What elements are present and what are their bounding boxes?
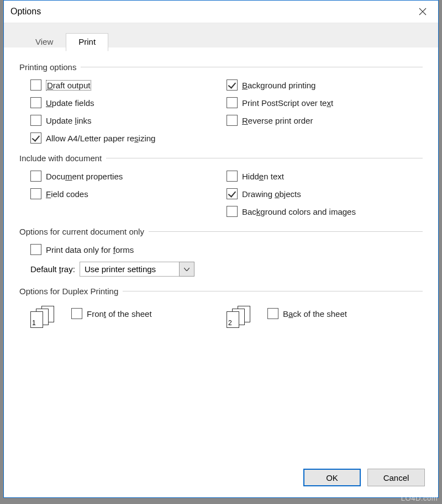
checkbox[interactable] [30, 188, 41, 199]
checkbox[interactable] [227, 171, 238, 182]
page-icon: 2 [227, 311, 239, 328]
checkbox[interactable] [30, 132, 41, 144]
group-include-with-document: Include with document Document propertie… [19, 153, 423, 220]
back-pages-icon: 6 4 2 [227, 306, 257, 330]
close-icon [419, 8, 427, 15]
front-pages-icon: 5 3 1 [30, 306, 61, 330]
chevron-down-icon [184, 268, 190, 271]
titlebar: Options [4, 1, 438, 23]
checkbox-label: Back of the sheet [283, 309, 347, 319]
tab-view[interactable]: View [23, 33, 66, 51]
checkbox[interactable] [30, 171, 41, 182]
checkbox-label: Allow A4/Letter paper resizing [46, 134, 155, 143]
ok-button[interactable]: OK [303, 469, 361, 486]
doc_props-checkbox[interactable]: Document properties [30, 167, 227, 185]
checkbox[interactable] [227, 97, 238, 108]
checkbox[interactable] [30, 97, 41, 108]
checkbox[interactable] [227, 206, 238, 217]
group-current-document: Options for current document only Print … [19, 227, 423, 277]
checkbox[interactable] [71, 308, 82, 319]
checkbox[interactable] [30, 115, 41, 126]
update_links-checkbox[interactable]: Update links [30, 112, 227, 129]
checkbox-label: Front of the sheet [87, 309, 152, 319]
print-panel: Printing options Draft outputUpdate fiel… [16, 61, 426, 336]
update_fields-checkbox[interactable]: Update fields [30, 94, 227, 112]
group-title: Options for current document only [19, 227, 149, 236]
checkbox-label: Hidden text [242, 172, 284, 181]
tabs: View Print [16, 33, 426, 51]
drawing-checkbox[interactable]: Drawing objects [227, 185, 423, 203]
back-of-sheet-checkbox[interactable]: Back of the sheet [267, 305, 347, 322]
checkbox-label: Print data only for forms [46, 245, 134, 254]
bg_print-checkbox[interactable]: Background printing [227, 76, 423, 94]
checkbox-label: Drawing objects [242, 189, 301, 199]
hidden-checkbox[interactable]: Hidden text [227, 167, 423, 185]
group-duplex-printing: Options for Duplex Printing 5 3 1 [19, 287, 423, 336]
group-title: Options for Duplex Printing [19, 287, 123, 296]
draft-checkbox[interactable]: Draft output [30, 76, 227, 94]
ps_over-checkbox[interactable]: Print PostScript over text [227, 94, 423, 112]
checkbox[interactable] [30, 79, 41, 91]
page-icon: 1 [30, 311, 43, 328]
checkbox-label: Document properties [46, 172, 123, 181]
checkbox-label: Background colors and images [242, 207, 356, 216]
reverse-checkbox[interactable]: Reverse print order [227, 112, 423, 129]
checkbox-label: Field codes [46, 189, 88, 199]
checkbox-label: Print PostScript over text [242, 98, 333, 108]
group-title: Printing options [19, 62, 81, 72]
dialog-buttons: OK Cancel [303, 462, 430, 493]
cancel-button[interactable]: Cancel [367, 469, 425, 486]
checkbox[interactable] [227, 115, 238, 126]
checkbox-label: Background printing [242, 81, 315, 90]
default-tray-select[interactable]: Use printer settings [80, 262, 194, 277]
dialog-content: View Print Printing options Draft output… [4, 23, 438, 348]
data_forms-checkbox[interactable]: Print data only for forms [30, 241, 423, 258]
a4resize-checkbox[interactable]: Allow A4/Letter paper resizing [30, 129, 227, 147]
group-printing-options: Printing options Draft outputUpdate fiel… [19, 62, 423, 147]
checkbox-label: Reverse print order [242, 116, 313, 125]
checkbox[interactable] [227, 79, 238, 91]
front-of-sheet-checkbox[interactable]: Front of the sheet [71, 305, 152, 322]
default-tray-label: Default tray: [30, 264, 75, 274]
close-button[interactable] [412, 4, 434, 19]
watermark: LO4D.com [401, 494, 438, 502]
options-dialog: Options View Print Printing options Draf… [3, 0, 439, 498]
tab-print[interactable]: Print [66, 33, 108, 51]
checkbox-label: Update links [46, 116, 92, 125]
checkbox-label: Draft output [46, 80, 91, 91]
window-title: Options [10, 7, 41, 17]
checkbox[interactable] [227, 188, 238, 199]
bgcolors-checkbox[interactable]: Background colors and images [227, 203, 423, 220]
dropdown-button[interactable] [179, 262, 194, 277]
default-tray-value: Use printer settings [80, 262, 179, 277]
field_codes-checkbox[interactable]: Field codes [30, 185, 227, 203]
checkbox[interactable] [30, 244, 41, 255]
checkbox-label: Update fields [46, 98, 94, 108]
group-title: Include with document [19, 153, 106, 163]
checkbox[interactable] [267, 308, 278, 319]
